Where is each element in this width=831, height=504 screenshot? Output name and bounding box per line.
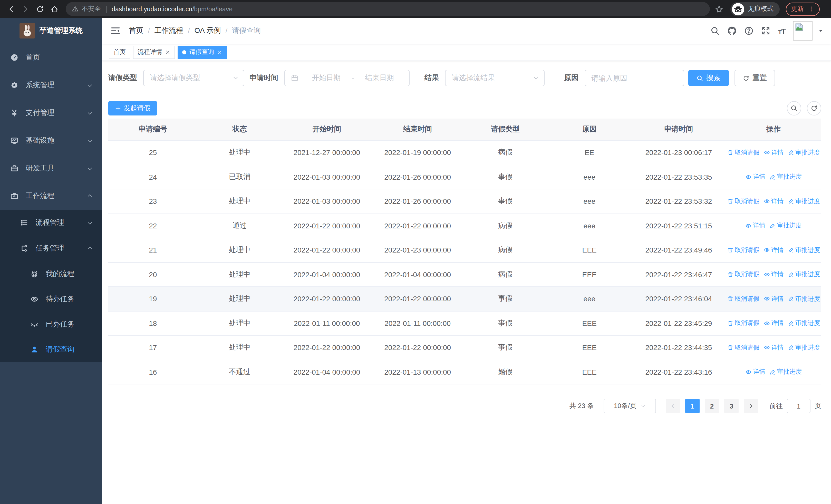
progress-link[interactable]: 审批进度 (769, 368, 802, 377)
table-row: 24 已取消 2022-01-03 00:00:00 2022-01-26 00… (108, 165, 821, 189)
cell-status: 已取消 (198, 173, 282, 182)
cell-start-time: 2022-01-04 00:00:00 (282, 368, 372, 376)
next-page-button[interactable] (744, 399, 758, 413)
sidebar-item-研发工具[interactable]: 研发工具 (0, 154, 102, 182)
sidebar-item-流程管理[interactable]: 流程管理 (0, 210, 102, 236)
sidebar-item-支付管理[interactable]: 支付管理 (0, 99, 102, 127)
action-label: 取消请假 (735, 148, 760, 157)
sidebar-item-待办任务[interactable]: 待办任务 (0, 287, 102, 312)
browser-update-button[interactable]: 更新 (786, 2, 820, 16)
cancel-link[interactable]: 取消请假 (727, 270, 760, 279)
bookmark-star-icon[interactable] (715, 5, 723, 13)
breadcrumb-oa[interactable]: OA 示例 (195, 26, 221, 35)
fontsize-icon[interactable]: TT (778, 26, 785, 35)
sidebar-item-系统管理[interactable]: 系统管理 (0, 71, 102, 99)
github-icon[interactable] (727, 26, 737, 35)
hamburger-icon[interactable] (110, 26, 121, 36)
avatar-caret-icon[interactable] (818, 28, 823, 33)
cancel-link[interactable]: 取消请假 (727, 148, 760, 157)
reset-button[interactable]: 重置 (735, 70, 775, 86)
apply-time-range-picker[interactable]: 开始日期 - 结束日期 (284, 70, 409, 86)
detail-link[interactable]: 详情 (764, 343, 783, 352)
progress-link[interactable]: 审批进度 (787, 343, 820, 352)
progress-link[interactable]: 审批进度 (769, 173, 802, 181)
page-size-select[interactable]: 10条/页 (604, 399, 656, 413)
chevron-left-icon (670, 403, 676, 409)
page-button-2[interactable]: 2 (705, 399, 719, 413)
fullscreen-icon[interactable] (761, 26, 770, 35)
detail-link[interactable]: 详情 (764, 197, 783, 206)
browser-back-button[interactable] (4, 2, 19, 16)
tab-leave-query[interactable]: 请假查询 (178, 46, 227, 59)
table-row: 16 不通过 2022-01-04 00:00:00 2022-01-13 00… (108, 360, 821, 384)
cancel-link[interactable]: 取消请假 (727, 295, 760, 303)
cell-reason: eee (547, 197, 632, 206)
sidebar-item-请假查询[interactable]: 请假查询 (0, 337, 102, 362)
close-icon[interactable] (217, 50, 222, 55)
cell-apply-time: 2022-01-22 23:43:16 (632, 368, 726, 376)
cancel-link[interactable]: 取消请假 (727, 197, 760, 206)
page-button-1[interactable]: 1 (685, 399, 699, 413)
reason-label: 原因 (564, 73, 578, 83)
detail-link[interactable]: 详情 (764, 246, 783, 255)
detail-link[interactable]: 详情 (745, 173, 765, 181)
progress-link[interactable]: 审批进度 (787, 319, 820, 328)
header-search-icon[interactable] (710, 26, 720, 35)
create-leave-button[interactable]: 发起请假 (108, 101, 157, 116)
detail-link[interactable]: 详情 (764, 270, 783, 279)
cell-end-time: 2022-01-22 00:00:00 (372, 222, 463, 230)
progress-link[interactable]: 审批进度 (787, 246, 820, 255)
sidebar-item-基础设施[interactable]: 基础设施 (0, 127, 102, 154)
search-button[interactable]: 搜索 (688, 70, 729, 86)
detail-link[interactable]: 详情 (745, 221, 765, 230)
cancel-link[interactable]: 取消请假 (727, 319, 760, 328)
detail-link[interactable]: 详情 (745, 368, 765, 377)
detail-link[interactable]: 详情 (764, 319, 783, 328)
detail-link[interactable]: 详情 (764, 295, 783, 303)
reason-input[interactable] (591, 74, 678, 82)
sidebar-item-工作流程[interactable]: 工作流程 (0, 182, 102, 210)
tab-process-detail[interactable]: 流程详情 (133, 46, 175, 59)
action-label: 详情 (753, 221, 765, 230)
result-select[interactable]: 请选择流结果 (445, 70, 545, 86)
table-row: 18 处理中 2022-01-11 00:00:00 2022-01-11 00… (108, 311, 821, 336)
breadcrumb-home[interactable]: 首页 (129, 26, 143, 35)
prev-page-button[interactable] (666, 399, 680, 413)
sidebar-item-已办任务[interactable]: 已办任务 (0, 312, 102, 337)
edit-icon (787, 150, 794, 156)
refresh-icon (743, 75, 749, 81)
detail-link[interactable]: 详情 (764, 148, 783, 157)
cell-end-time: 2022-01-13 00:00:00 (372, 368, 463, 376)
close-icon[interactable] (165, 50, 170, 55)
cancel-link[interactable]: 取消请假 (727, 246, 760, 255)
address-bar[interactable]: 不安全 dashboard.yudao.iocoder.cn/bpm/oa/le… (66, 2, 710, 16)
action-label: 取消请假 (735, 319, 760, 328)
toggle-search-button[interactable] (787, 101, 801, 116)
leave-type-select[interactable]: 请选择请假类型 (143, 70, 244, 86)
cancel-link[interactable]: 取消请假 (727, 343, 760, 352)
progress-link[interactable]: 审批进度 (787, 270, 820, 279)
progress-link[interactable]: 审批进度 (787, 295, 820, 303)
progress-link[interactable]: 审批进度 (787, 197, 820, 206)
sidebar-item-首页[interactable]: 首页 (0, 43, 102, 71)
menu-dots-icon[interactable] (808, 6, 814, 12)
browser-forward-button[interactable] (19, 2, 33, 16)
browser-reload-button[interactable] (33, 2, 47, 16)
progress-link[interactable]: 审批进度 (769, 221, 802, 230)
cell-leave-type: 事假 (463, 319, 547, 328)
sidebar-item-我的流程[interactable]: 我的流程 (0, 261, 102, 287)
chevron-icon (87, 165, 93, 171)
docs-help-icon[interactable] (744, 26, 753, 35)
page-button-3[interactable]: 3 (724, 399, 739, 413)
goto-page-input[interactable] (787, 399, 810, 413)
cell-reason: EE (547, 149, 632, 157)
breadcrumb-workflow[interactable]: 工作流程 (154, 26, 183, 35)
browser-home-button[interactable] (47, 2, 62, 16)
logo-image (20, 23, 35, 38)
avatar[interactable] (793, 21, 812, 40)
sidebar-item-任务管理[interactable]: 任务管理 (0, 236, 102, 261)
cell-end-time: 2022-01-04 00:00:00 (372, 270, 463, 279)
refresh-table-button[interactable] (807, 101, 821, 116)
progress-link[interactable]: 审批进度 (787, 148, 820, 157)
tab-home[interactable]: 首页 (109, 46, 131, 59)
